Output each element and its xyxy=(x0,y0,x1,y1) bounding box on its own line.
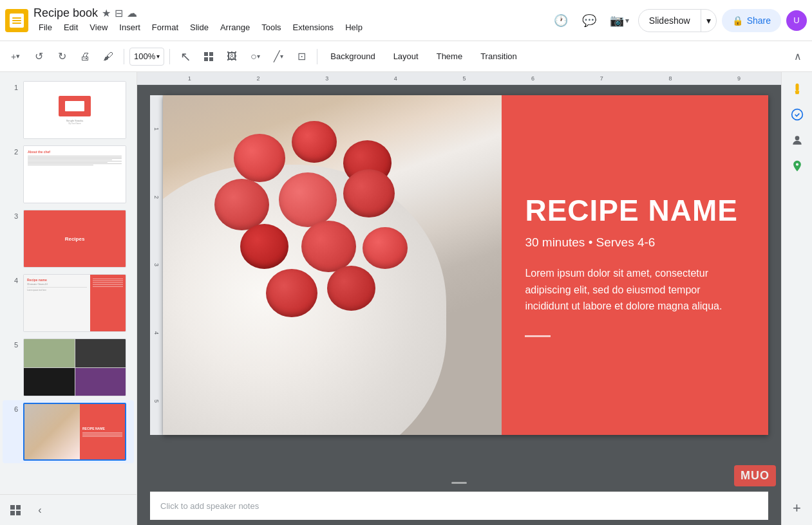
menu-format[interactable]: Format xyxy=(147,20,184,35)
slide-num-4: 4 xyxy=(8,274,18,284)
comment-button[interactable]: 💬 xyxy=(578,9,601,32)
add-addon-button[interactable]: + xyxy=(786,497,809,520)
speaker-notes-placeholder[interactable]: Click to add speaker notes xyxy=(160,501,259,511)
camera-dropdown-icon: ▾ xyxy=(625,16,629,25)
svg-rect-8 xyxy=(16,505,21,510)
redo-button[interactable]: ↻ xyxy=(52,46,72,67)
grid-view-button[interactable] xyxy=(5,500,26,520)
share-label: Share xyxy=(747,15,771,26)
transition-button[interactable]: Transition xyxy=(473,46,525,67)
paint-format-button[interactable]: 🖌 xyxy=(98,46,118,67)
zoom-control[interactable]: 100% ▾ xyxy=(129,48,164,66)
people-icon-button[interactable] xyxy=(786,129,809,152)
menu-slide[interactable]: Slide xyxy=(185,20,214,35)
add-button[interactable]: +▾ xyxy=(5,46,26,67)
menu-view[interactable]: View xyxy=(84,20,113,35)
svg-rect-3 xyxy=(209,57,213,61)
slideshow-dropdown[interactable]: ▾ xyxy=(701,10,716,32)
toolbar: +▾ ↺ ↻ 🖨 🖌 100% ▾ ↖ 🖼 ○▾ ╱▾ ⊡ Background… xyxy=(0,41,812,72)
menu-tools[interactable]: Tools xyxy=(256,20,286,35)
slide-num-3: 3 xyxy=(8,210,18,220)
slideshow-main[interactable]: Slideshow xyxy=(639,10,701,32)
avatar[interactable]: U xyxy=(786,10,807,31)
layout-button[interactable]: Layout xyxy=(386,46,426,67)
main-content: 1 Simple Snacks By Your Name 2 About the… xyxy=(0,72,812,525)
ruler-v-mark-4: 4 xyxy=(153,331,160,335)
svg-point-6 xyxy=(795,136,799,140)
divider-2 xyxy=(169,49,170,64)
title-bar: Recipe book ★ ⊟ ☁ File Edit View Insert … xyxy=(0,0,812,41)
undo-button[interactable]: ↺ xyxy=(28,46,49,67)
share-button[interactable]: 🔒 Share xyxy=(722,9,781,32)
divider-3 xyxy=(317,49,317,64)
ruler-v-mark-2: 2 xyxy=(153,196,160,199)
slide-num-6: 6 xyxy=(8,403,18,413)
slide-item-1[interactable]: 1 Simple Snacks By Your Name xyxy=(3,78,134,142)
layout-tool[interactable] xyxy=(198,46,219,67)
history-button[interactable]: 🕐 xyxy=(549,9,572,32)
folder-icon[interactable]: ⊟ xyxy=(115,7,123,19)
divider-1 xyxy=(124,49,124,64)
select-tool[interactable]: ↖ xyxy=(175,46,196,67)
menu-file[interactable]: File xyxy=(33,20,57,35)
recipe-title: RECIPE NAME xyxy=(525,193,745,228)
watermark: MUO xyxy=(734,465,776,486)
collapse-panel-button[interactable]: ‹ xyxy=(31,501,49,519)
toolbar-collapse-button[interactable]: ∧ xyxy=(789,48,807,66)
app-logo xyxy=(5,9,28,32)
svg-rect-4 xyxy=(795,84,798,91)
line-tool[interactable]: ╱▾ xyxy=(268,46,288,67)
camera-button[interactable]: 📷 ▾ xyxy=(606,11,633,30)
slide-item-2[interactable]: 2 About the chef xyxy=(3,143,134,206)
fit-tool[interactable]: ⊡ xyxy=(291,46,312,67)
menu-bar: File Edit View Insert Format Slide Arran… xyxy=(33,20,368,35)
title-info: Recipe book ★ ⊟ ☁ File Edit View Insert … xyxy=(33,6,368,35)
ruler-mark-2: 2 xyxy=(256,75,260,82)
svg-rect-9 xyxy=(10,511,15,515)
slideshow-dropdown-icon: ▾ xyxy=(706,15,711,26)
svg-rect-2 xyxy=(204,57,208,61)
slide-panel: 1 Simple Snacks By Your Name 2 About the… xyxy=(0,72,137,525)
ruler-v-mark-3: 3 xyxy=(153,263,160,266)
ruler-mark-4: 4 xyxy=(394,75,397,82)
shape-tool[interactable]: ○▾ xyxy=(245,46,265,67)
left-bottom-nav: ‹ xyxy=(0,494,137,525)
menu-edit[interactable]: Edit xyxy=(59,20,83,35)
print-button[interactable]: 🖨 xyxy=(75,46,95,67)
svg-rect-10 xyxy=(16,511,21,515)
slide-item-5[interactable]: 5 xyxy=(3,336,134,399)
document-title: Recipe book ★ ⊟ ☁ xyxy=(33,6,368,20)
theme-button[interactable]: Theme xyxy=(429,46,470,67)
cloud-icon[interactable]: ☁ xyxy=(127,7,137,19)
ruler-mark-3: 3 xyxy=(325,75,328,82)
tasks-icon-button[interactable] xyxy=(786,103,809,126)
menu-insert[interactable]: Insert xyxy=(114,20,146,35)
title-actions: 🕐 💬 📷 ▾ Slideshow ▾ 🔒 Share U xyxy=(549,9,807,32)
zoom-level: 100% xyxy=(134,51,155,61)
image-tool[interactable]: 🖼 xyxy=(222,46,242,67)
svg-point-5 xyxy=(791,109,802,120)
slide-canvas[interactable]: RECIPE NAME 30 minutes • Serves 4-6 Lore… xyxy=(163,95,768,435)
slide-indicator xyxy=(451,475,467,486)
menu-extensions[interactable]: Extensions xyxy=(288,20,339,35)
slide-num-1: 1 xyxy=(8,81,18,91)
indicator-dot xyxy=(451,482,467,484)
slide-thumb-1: Simple Snacks By Your Name xyxy=(23,81,126,139)
slide-item-4[interactable]: 4 Recipe name 30 minutes • Serves 4-6 Lo… xyxy=(3,272,134,335)
ruler-mark-9: 9 xyxy=(737,75,741,82)
slide-item-3[interactable]: 3 Recipes xyxy=(3,207,134,270)
background-button[interactable]: Background xyxy=(323,46,382,67)
slide-item-6[interactable]: 6 RECIPE NAME xyxy=(3,400,134,463)
slideshow-label: Slideshow xyxy=(649,15,690,26)
recipe-description: Lorem ipsum dolor sit amet, consectetur … xyxy=(525,265,745,315)
menu-arrange[interactable]: Arrange xyxy=(215,20,255,35)
slide-red-panel: RECIPE NAME 30 minutes • Serves 4-6 Lore… xyxy=(502,95,768,435)
slideshow-button[interactable]: Slideshow ▾ xyxy=(638,9,717,32)
maps-icon-button[interactable] xyxy=(786,154,809,178)
slide-thumb-3: Recipes xyxy=(23,210,126,268)
menu-help[interactable]: Help xyxy=(340,20,368,35)
keep-icon-button[interactable] xyxy=(786,77,809,100)
svg-rect-1 xyxy=(209,52,213,56)
star-icon[interactable]: ★ xyxy=(102,7,111,19)
canvas-area[interactable]: 1 2 3 4 5 6 7 8 9 1 2 3 4 5 xyxy=(137,72,781,525)
